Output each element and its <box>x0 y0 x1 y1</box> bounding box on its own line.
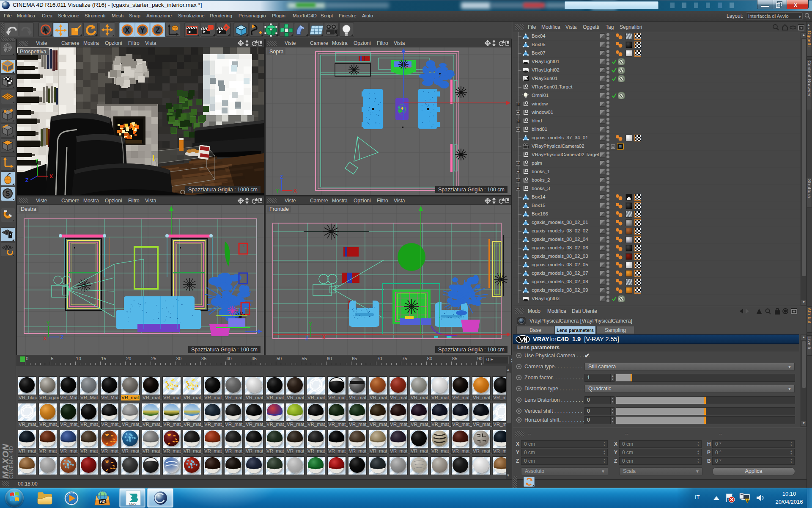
svg-text:Z: Z <box>25 177 28 183</box>
svg-text:X: X <box>49 174 53 179</box>
svg-text:Z: Z <box>156 26 160 34</box>
svg-text:S: S <box>5 190 10 197</box>
svg-text:Z: Z <box>305 336 308 342</box>
svg-text:Y: Y <box>140 26 145 34</box>
svg-text:X: X <box>125 26 130 34</box>
svg-text:Y: Y <box>35 158 38 164</box>
svg-text:!: ! <box>747 499 748 502</box>
svg-text:X: X <box>294 188 297 194</box>
svg-text:MAX: MAX <box>129 502 137 506</box>
svg-text:Z: Z <box>60 334 63 340</box>
svg-text:X: X <box>43 336 47 342</box>
svg-text:Z: Z <box>280 174 283 180</box>
svg-text:Y: Y <box>309 321 312 327</box>
svg-text:Y: Y <box>47 320 50 326</box>
svg-text:Y: Y <box>276 188 279 194</box>
svg-text:X: X <box>322 334 326 340</box>
